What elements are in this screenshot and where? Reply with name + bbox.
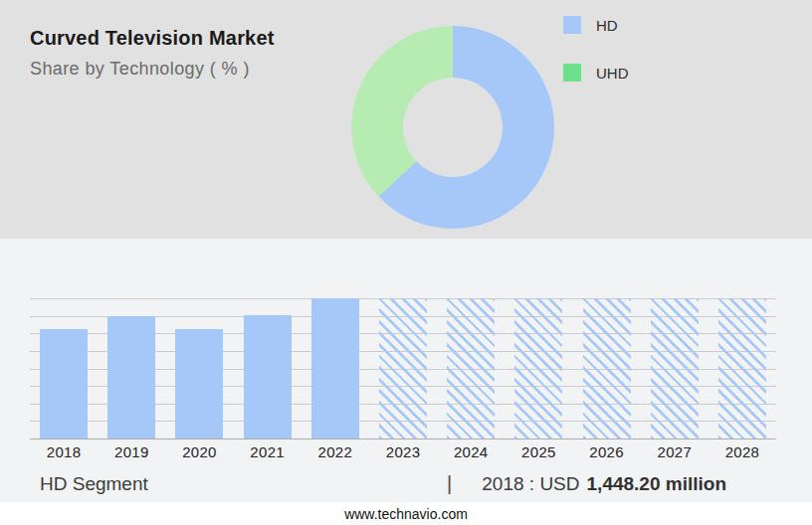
x-label-2024: 2024 — [437, 443, 505, 460]
x-label-2018: 2018 — [30, 443, 98, 460]
bar-slot — [234, 298, 302, 438]
bar-slot — [437, 298, 505, 438]
legend-item-uhd: UHD — [563, 64, 629, 82]
bar-slot — [573, 298, 641, 438]
title-block: Curved Television Market Share by Techno… — [30, 27, 275, 80]
bar-slot — [505, 298, 572, 438]
bar-chart-plot-area — [30, 298, 776, 439]
x-label-2022: 2022 — [302, 443, 369, 460]
x-label-2021: 2021 — [234, 443, 302, 460]
bar-slot — [98, 298, 165, 438]
x-label-2028: 2028 — [709, 443, 776, 460]
page-subtitle: Share by Technology ( % ) — [30, 59, 275, 80]
bar-2023 — [379, 298, 427, 438]
footer-bar: www.technavio.com — [0, 502, 812, 525]
bar-chart-section: 2018201920202021202220232024202520262027… — [0, 239, 812, 525]
x-label-2026: 2026 — [573, 443, 641, 460]
website-link[interactable]: www.technavio.com — [344, 506, 468, 522]
legend-item-hd: HD — [563, 16, 629, 34]
legend-swatch-icon — [563, 64, 581, 82]
bar-2025 — [514, 298, 562, 438]
bar-2018 — [40, 329, 88, 438]
bar-2020 — [175, 329, 223, 438]
summary-row: HD Segment | 2018 : USD 1,448.20 million — [0, 472, 812, 495]
bar-slot — [302, 298, 369, 438]
bar-2019 — [107, 316, 155, 438]
x-label-2025: 2025 — [505, 443, 572, 460]
header-section: Curved Television Market Share by Techno… — [0, 0, 812, 239]
bar-series — [30, 298, 776, 438]
x-label-2023: 2023 — [369, 443, 437, 460]
bar-2024 — [447, 298, 495, 438]
page-title: Curved Television Market — [30, 27, 275, 50]
legend-label: UHD — [596, 65, 629, 82]
donut-chart — [351, 26, 554, 229]
bar-slot — [30, 298, 98, 438]
value-amount: 1,448.20 million — [587, 473, 726, 495]
x-label-2027: 2027 — [641, 443, 709, 460]
bar-2028 — [718, 298, 766, 438]
x-label-2020: 2020 — [165, 443, 233, 460]
bar-2026 — [583, 298, 631, 438]
value-prefix: 2018 : USD — [482, 473, 579, 495]
infographic-page: Curved Television Market Share by Techno… — [0, 0, 812, 525]
separator-bar: | — [447, 472, 452, 495]
bar-slot — [709, 298, 776, 438]
x-axis-labels: 2018201920202021202220232024202520262027… — [30, 443, 776, 460]
legend-label: HD — [596, 17, 618, 34]
bar-2022 — [311, 298, 359, 438]
summary-value-group: | 2018 : USD 1,448.20 million — [447, 472, 726, 495]
bar-2021 — [244, 315, 292, 438]
legend-swatch-icon — [563, 16, 581, 34]
chart-legend: HDUHD — [563, 16, 629, 82]
bar-slot — [369, 298, 437, 438]
bar-slot — [641, 298, 709, 438]
x-label-2019: 2019 — [98, 443, 165, 460]
bar-2027 — [651, 298, 699, 438]
segment-label: HD Segment — [40, 473, 148, 495]
bar-slot — [165, 298, 233, 438]
